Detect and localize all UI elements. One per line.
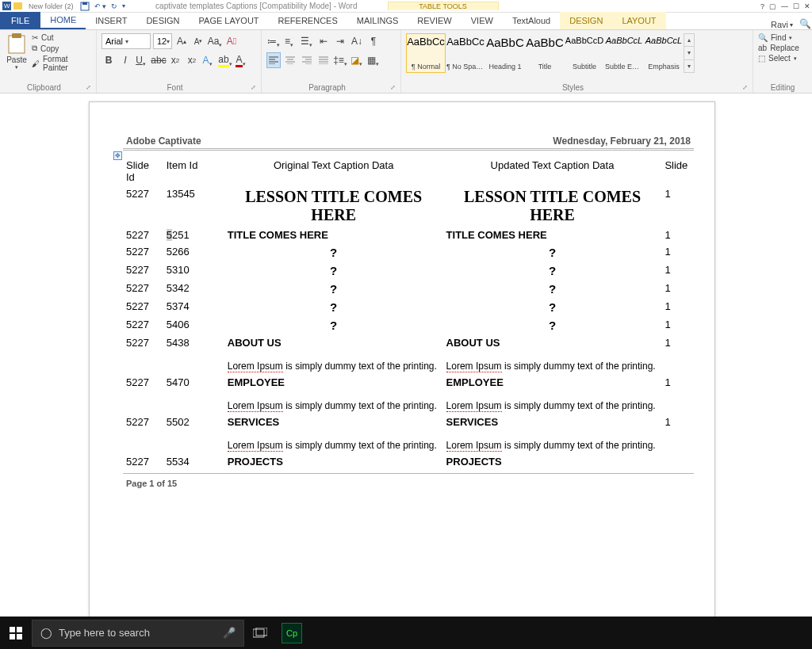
- group-paragraph: ≔▾ ≡▾ ☰▾ ⇤ ⇥ A↓ ¶: [262, 30, 401, 93]
- text: is simply dummy text of the printing.: [283, 361, 437, 372]
- cell: 1: [661, 334, 694, 374]
- redo-icon[interactable]: ↻: [111, 2, 117, 10]
- select-label: Select: [768, 54, 791, 63]
- close-icon[interactable]: ✕: [804, 2, 810, 10]
- style-no-spacing[interactable]: AaBbCc¶ No Spac...: [446, 33, 485, 73]
- style-subtitle[interactable]: AaBbCcDSubtitle: [565, 33, 604, 73]
- find-icon: 🔍: [758, 33, 768, 42]
- replace-button[interactable]: abReplace: [758, 44, 807, 52]
- bullets-button[interactable]: ≔▾: [266, 33, 281, 49]
- ribbon-display-icon[interactable]: ▢: [769, 2, 776, 10]
- save-icon[interactable]: [80, 2, 90, 11]
- clear-formatting-button[interactable]: A⃠: [224, 33, 239, 49]
- underline-button[interactable]: U▾: [135, 52, 149, 68]
- selected-text[interactable]: 5: [167, 229, 172, 241]
- undo-icon[interactable]: ↶ ▾: [94, 2, 107, 10]
- tab-file[interactable]: FILE: [0, 12, 40, 29]
- cut-button[interactable]: ✂Cut: [32, 33, 91, 42]
- decrease-indent-button[interactable]: ⇤: [316, 33, 331, 49]
- cell: 5470: [163, 374, 224, 414]
- line-spacing-button[interactable]: ‡≡▾: [333, 52, 347, 68]
- cell: ?: [443, 298, 662, 316]
- font-dialog-launcher-icon[interactable]: ⤢: [248, 84, 256, 91]
- taskbar: ◯ Type here to search 🎤 Cp: [0, 617, 812, 649]
- superscript-button[interactable]: x2: [185, 52, 199, 68]
- cut-label: Cut: [41, 33, 54, 42]
- mic-icon[interactable]: 🎤: [223, 627, 236, 639]
- align-left-button[interactable]: [266, 52, 281, 68]
- maximize-icon[interactable]: ☐: [793, 2, 799, 10]
- tab-page-layout[interactable]: PAGE LAYOUT: [190, 12, 269, 29]
- svg-rect-26: [17, 634, 22, 639]
- multilevel-list-button[interactable]: ☰▾: [300, 33, 314, 49]
- taskbar-search[interactable]: ◯ Type here to search 🎤: [32, 620, 244, 647]
- cell: ?: [224, 243, 443, 262]
- tab-view[interactable]: VIEW: [462, 12, 503, 29]
- font-size-combo[interactable]: 12▾: [153, 33, 172, 49]
- style-subtle-emphasis[interactable]: AaBbCcLSubtle Em...: [604, 33, 644, 73]
- tab-home[interactable]: HOME: [40, 12, 86, 29]
- show-marks-button[interactable]: ¶: [366, 33, 381, 49]
- grow-font-button[interactable]: A▴: [174, 33, 189, 49]
- numbering-button[interactable]: ≡▾: [283, 33, 297, 49]
- scroll-down-icon[interactable]: ▾: [684, 47, 694, 59]
- style-normal[interactable]: AaBbCc¶ Normal: [406, 33, 446, 73]
- paragraph-dialog-launcher-icon[interactable]: ⤢: [388, 84, 396, 91]
- styles-dialog-launcher-icon[interactable]: ⤢: [740, 84, 748, 91]
- clipboard-dialog-launcher-icon[interactable]: ⤢: [83, 84, 91, 91]
- shading-button[interactable]: ◪▾: [350, 52, 364, 68]
- tab-review[interactable]: REVIEW: [408, 12, 461, 29]
- text-effects-button[interactable]: A▾: [201, 52, 216, 68]
- cell: 5227: [123, 243, 163, 262]
- subscript-button[interactable]: x2: [168, 52, 182, 68]
- document-area[interactable]: ✥ Adobe Captivate Wednesday, February 21…: [0, 94, 812, 617]
- app-title: captivate templates Captions [Compatibil…: [125, 2, 387, 10]
- table-tools-label: TABLE TOOLS: [388, 2, 499, 10]
- table-move-handle-icon[interactable]: ✥: [113, 151, 122, 160]
- italic-button[interactable]: I: [118, 52, 132, 68]
- text: is simply dummy text of the printing.: [283, 400, 437, 411]
- style-title[interactable]: AaBbCTitle: [525, 33, 565, 73]
- cortana-icon: ◯: [40, 627, 52, 639]
- tab-mailings[interactable]: MAILINGS: [347, 12, 408, 29]
- style-heading1[interactable]: AaBbCHeading 1: [485, 33, 525, 73]
- user-menu[interactable]: Ravi▾: [766, 20, 798, 29]
- find-button[interactable]: 🔍Find▾: [758, 33, 807, 42]
- increase-indent-button[interactable]: ⇥: [333, 33, 347, 49]
- tab-textaloud[interactable]: TextAloud: [503, 12, 560, 29]
- bold-button[interactable]: B: [102, 52, 116, 68]
- cell: SERVICESLorem Ipsum is simply dummy text…: [224, 414, 443, 453]
- search-icon[interactable]: 🔍: [798, 18, 812, 29]
- format-painter-button[interactable]: 🖌Format Painter: [32, 55, 91, 72]
- spellcheck-span: Lorem Ipsum: [446, 361, 502, 372]
- font-name-combo[interactable]: Arial▾: [102, 33, 151, 49]
- start-button[interactable]: [0, 617, 32, 649]
- tab-references[interactable]: REFERENCES: [269, 12, 347, 29]
- tab-insert[interactable]: INSERT: [86, 12, 136, 29]
- select-button[interactable]: ⬚Select▾: [758, 54, 807, 63]
- change-case-button[interactable]: Aa▾: [208, 33, 222, 49]
- borders-button[interactable]: ▦▾: [366, 52, 381, 68]
- minimize-icon[interactable]: —: [781, 2, 788, 10]
- captivate-task-icon[interactable]: Cp: [276, 617, 308, 649]
- font-color-button[interactable]: A▾: [235, 52, 249, 68]
- tab-table-design[interactable]: DESIGN: [560, 12, 612, 29]
- justify-button[interactable]: [316, 52, 331, 68]
- style-preview: AaBbCcL: [645, 36, 682, 45]
- tab-design[interactable]: DESIGN: [136, 12, 189, 29]
- tab-table-layout[interactable]: LAYOUT: [612, 12, 665, 29]
- align-right-button[interactable]: [300, 52, 314, 68]
- align-center-button[interactable]: [283, 52, 297, 68]
- help-icon[interactable]: ?: [760, 2, 764, 10]
- sort-button[interactable]: A↓: [350, 33, 364, 49]
- shrink-font-button[interactable]: A▾: [191, 33, 205, 49]
- gallery-expand-icon[interactable]: ▾: [684, 60, 694, 72]
- highlight-button[interactable]: ab▾: [218, 52, 232, 68]
- task-view-button[interactable]: [244, 617, 276, 649]
- style-emphasis[interactable]: AaBbCcLEmphasis: [644, 33, 684, 73]
- styles-gallery-scroll[interactable]: ▴▾▾: [684, 33, 695, 73]
- strikethrough-button[interactable]: abc: [151, 52, 166, 68]
- scroll-up-icon[interactable]: ▴: [684, 34, 694, 47]
- copy-button[interactable]: ⧉Copy: [32, 44, 91, 53]
- paste-button[interactable]: Paste ▾: [5, 32, 29, 78]
